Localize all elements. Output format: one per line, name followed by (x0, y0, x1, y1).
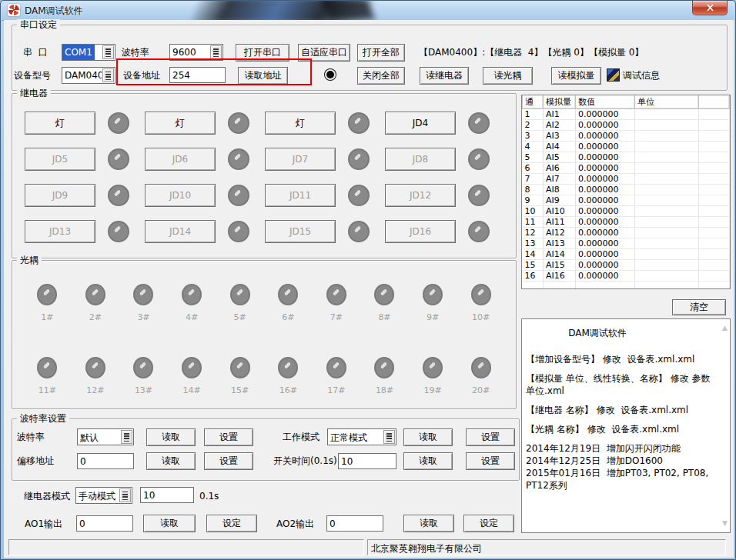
table-row[interactable]: 16AI160.000000 (523, 271, 730, 282)
baud-set-button[interactable]: 设置 (204, 428, 253, 446)
table-cell (635, 109, 699, 120)
offset-set-button[interactable]: 设置 (204, 452, 253, 470)
column-header[interactable]: 单位 (635, 95, 699, 109)
relay-button-12[interactable]: JD12 (385, 184, 456, 207)
relay-button-7[interactable]: JD7 (265, 148, 336, 171)
baud-rate-select[interactable]: 9600 (169, 44, 223, 61)
relay-button-1[interactable]: 灯 (25, 112, 95, 135)
dropdown-icon[interactable] (210, 45, 222, 59)
ao2-output-input[interactable] (326, 515, 383, 532)
table-row[interactable]: 3AI30.000000 (523, 131, 730, 142)
dropdown-icon[interactable] (102, 45, 114, 59)
relay-mode-select[interactable]: 手动模式 (75, 487, 132, 504)
relay-button-6[interactable]: JD6 (145, 148, 216, 171)
info-line: 【光耦 名称】 修改 设备表.xml.xml (526, 423, 715, 435)
info-line: 2014年12月25日 增加DO1600 (526, 455, 715, 467)
column-header[interactable]: 模拟量 (544, 95, 576, 109)
relay-button-11[interactable]: JD11 (265, 184, 336, 207)
switch-time-label: 开关时间(0.1s) (273, 455, 337, 466)
table-row[interactable]: 1AI10.000000 (523, 109, 730, 120)
baud-read-button[interactable]: 读取 (146, 428, 196, 446)
debug-info-icon (607, 68, 620, 82)
table-cell (635, 271, 699, 282)
device-model-select[interactable]: DAM0400 (62, 67, 115, 84)
read-opto-button[interactable]: 读光耦 (483, 67, 533, 85)
switch-time-input[interactable] (338, 453, 396, 469)
offset-read-button[interactable]: 读取 (146, 452, 196, 470)
table-row[interactable]: 15AI150.000000 (523, 260, 730, 271)
clear-button[interactable]: 清空 (672, 299, 726, 315)
table-cell (576, 282, 635, 290)
baud-setting-select[interactable]: 默认 (77, 428, 134, 445)
ao1-output-input[interactable] (76, 515, 133, 532)
table-row[interactable]: 13AI130.000000 (523, 238, 730, 249)
close-all-button[interactable]: 关闭全部 (357, 67, 405, 85)
work-mode-select[interactable]: 正常模式 (327, 428, 396, 445)
relay-mode-time-input[interactable] (140, 487, 194, 503)
column-header[interactable] (699, 95, 730, 109)
work-mode-set-button[interactable]: 设置 (466, 428, 515, 446)
dropdown-icon[interactable] (119, 488, 131, 502)
read-analog-button[interactable]: 读模拟量 (551, 67, 601, 85)
table-row[interactable] (523, 282, 730, 290)
opto-indicator-2 (85, 284, 105, 305)
relay-button-2[interactable]: 灯 (145, 112, 216, 135)
relay-button-3[interactable]: 灯 (265, 112, 336, 135)
ao2-read-button[interactable]: 读取 (403, 515, 454, 532)
scroll-down-icon[interactable]: ▼ (722, 520, 728, 527)
opto-channel-label: 10# (472, 312, 490, 322)
read-address-button[interactable]: 读取地址 (238, 67, 288, 85)
relay-button-5[interactable]: JD5 (25, 148, 95, 171)
table-row[interactable]: 10AI100.000000 (523, 206, 730, 217)
table-row[interactable]: 14AI140.000000 (523, 249, 730, 260)
table-row[interactable]: 11AI110.000000 (523, 217, 730, 228)
info-panel[interactable]: DAM调试软件 【增加设备型号】 修改 设备表.xml.xml【模拟量 单位、线… (521, 318, 731, 533)
table-row[interactable]: 5AI50.000000 (523, 152, 730, 163)
table-row[interactable]: 12AI120.000000 (523, 228, 730, 238)
device-address-input[interactable] (169, 67, 226, 83)
serial-port-select[interactable]: COM1 (62, 44, 115, 61)
opto-channel-label: 15# (231, 385, 249, 395)
relay-button-4[interactable]: JD4 (385, 112, 456, 135)
dropdown-icon[interactable] (102, 68, 114, 82)
work-mode-read-button[interactable]: 读取 (403, 428, 453, 446)
close-button[interactable] (692, 1, 728, 15)
column-header[interactable]: 数值 (576, 95, 635, 109)
relay-button-10[interactable]: JD10 (145, 184, 216, 207)
relay-indicator-5 (108, 148, 129, 170)
adaptive-serial-button[interactable]: 自适应串口 (298, 44, 350, 62)
table-cell: AI15 (544, 260, 576, 271)
opto-channel-label: 16# (279, 385, 297, 395)
dropdown-icon[interactable] (383, 430, 395, 444)
table-row[interactable]: 7AI70.000000 (523, 174, 730, 185)
relay-button-15[interactable]: JD15 (265, 220, 336, 243)
table-cell: 0.000000 (576, 185, 635, 195)
table-cell (699, 174, 730, 185)
open-all-button[interactable]: 打开全部 (357, 44, 405, 62)
opto-indicator-11 (37, 357, 57, 378)
table-row[interactable]: 4AI40.000000 (523, 142, 730, 152)
ao1-set-button[interactable]: 设定 (206, 515, 257, 532)
dropdown-icon[interactable] (121, 430, 132, 444)
table-row[interactable]: 2AI20.000000 (523, 120, 730, 131)
relay-button-16[interactable]: JD16 (385, 220, 456, 243)
switch-time-set-button[interactable]: 设置 (466, 452, 515, 470)
table-row[interactable]: 8AI80.000000 (523, 185, 730, 195)
title-bar: DAM调试软件 (2, 1, 734, 21)
scroll-up-icon[interactable]: ▲ (722, 325, 728, 332)
relay-button-9[interactable]: JD9 (25, 184, 95, 207)
ao1-read-button[interactable]: 读取 (143, 515, 196, 532)
client-area: 串口设定 串 口 COM1 波特率 9600 打开串口 自适应串口 打开全部 【… (4, 20, 734, 558)
ao2-set-button[interactable]: 设定 (463, 515, 514, 532)
column-header[interactable]: 通 (523, 95, 544, 109)
relay-button-13[interactable]: JD13 (25, 220, 95, 243)
table-row[interactable]: 9AI90.000000 (523, 195, 730, 206)
relay-button-8[interactable]: JD8 (385, 148, 456, 171)
switch-time-read-button[interactable]: 读取 (403, 452, 453, 470)
analog-table[interactable]: 通模拟量数值单位 1AI10.0000002AI20.0000003AI30.0… (521, 95, 731, 289)
table-row[interactable]: 6AI60.000000 (523, 163, 730, 174)
offset-address-input[interactable] (77, 453, 134, 469)
read-relay-button[interactable]: 读继电器 (420, 67, 469, 85)
open-serial-button[interactable]: 打开串口 (236, 44, 289, 62)
relay-button-14[interactable]: JD14 (145, 220, 216, 243)
